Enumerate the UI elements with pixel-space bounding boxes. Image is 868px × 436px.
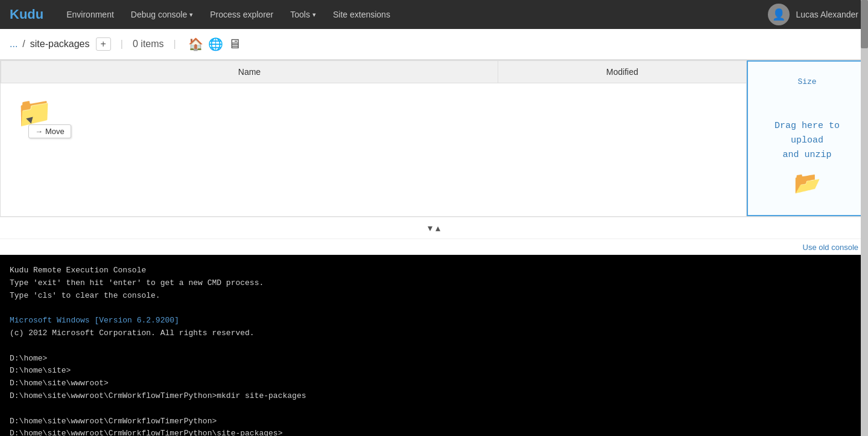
user-name: Lucas Alexander xyxy=(796,10,858,19)
avatar-icon: 👤 xyxy=(772,8,785,21)
col-size-label: Size xyxy=(797,75,816,89)
nav-tools[interactable]: Tools ▾ xyxy=(282,0,325,29)
user-area: 👤 Lucas Alexander xyxy=(768,4,858,25)
terminal-line-11 xyxy=(10,403,858,415)
terminal-line-3 xyxy=(10,302,858,315)
terminal-line-7: D:\home> xyxy=(10,353,858,365)
folder-item-wrapper: 📁 ... → Move xyxy=(10,93,59,140)
nav-process-explorer[interactable]: Process explorer xyxy=(201,0,282,29)
scrollbar-thumb[interactable] xyxy=(861,0,868,48)
terminal-line-10: D:\home\site\wwwroot\CrmWorkflowTimerPyt… xyxy=(10,390,858,403)
breadcrumb-divider2: | xyxy=(174,39,176,50)
terminal-line-5: (c) 2012 Microsoft Corporation. All righ… xyxy=(10,327,858,340)
collapse-arrows[interactable]: ▾ ▴ xyxy=(428,223,440,233)
terminal-line-6 xyxy=(10,340,858,353)
file-body: 📁 ... → Move xyxy=(1,83,747,216)
scrollbar-track[interactable] xyxy=(861,0,868,436)
collapse-row: ▾ ▴ xyxy=(0,217,868,239)
items-count: 0 items xyxy=(133,39,164,50)
file-table-header: Name Modified xyxy=(1,61,747,83)
breadcrumb-current: site-packages xyxy=(30,39,90,50)
avatar: 👤 xyxy=(768,4,790,25)
terminal-line-13: D:\home\site\wwwroot\CrmWorkflowTimerPyt… xyxy=(10,428,858,436)
upload-text-line1: Drag here to upload xyxy=(758,119,857,148)
upload-zone-header: Size xyxy=(797,75,816,119)
nav-environment[interactable]: Environment xyxy=(58,0,122,29)
file-table: Name Modified xyxy=(1,60,747,83)
terminal-line-12: D:\home\site\wwwroot\CrmWorkflowTimerPyt… xyxy=(10,415,858,428)
breadcrumb-divider: | xyxy=(121,39,123,50)
col-name: Name xyxy=(1,61,498,83)
breadcrumb-icon-group: 🏠 🌐 🖥 xyxy=(188,36,241,52)
nav-site-extensions[interactable]: Site extensions xyxy=(325,0,399,29)
col-modified: Modified xyxy=(498,61,747,83)
terminal-line-1: Type 'exit' then hit 'enter' to get a ne… xyxy=(10,277,858,290)
nav-debug-console[interactable]: Debug console ▾ xyxy=(122,0,201,29)
file-explorer: Name Modified 📁 ... → Move xyxy=(0,60,868,217)
folder-icon: 📁 xyxy=(16,98,52,127)
home-icon[interactable]: 🏠 xyxy=(188,37,203,51)
add-folder-button[interactable]: + xyxy=(96,37,111,51)
brand-logo[interactable]: Kudu xyxy=(10,7,43,22)
move-tooltip[interactable]: → Move xyxy=(28,124,71,138)
breadcrumb-separator: / xyxy=(22,39,25,50)
move-arrow-icon: → xyxy=(35,127,43,136)
old-console-bar: Use old console xyxy=(0,239,868,255)
terminal-line-8: D:\home\site> xyxy=(10,365,858,377)
file-table-area: Name Modified 📁 ... → Move xyxy=(1,60,747,216)
server-icon[interactable]: 🖥 xyxy=(228,36,241,52)
brand-udu: udu xyxy=(19,7,43,22)
navbar: Kudu Environment Debug console ▾ Process… xyxy=(0,0,868,29)
upload-zone-content: Drag here to upload and unzip 📂 xyxy=(758,119,857,202)
move-label: Move xyxy=(45,127,65,136)
open-folder-icon: 📂 xyxy=(794,167,821,202)
terminal-line-9: D:\home\site\wwwroot> xyxy=(10,377,858,390)
globe-icon[interactable]: 🌐 xyxy=(208,37,223,51)
upload-zone[interactable]: Size Drag here to upload and unzip 📂 xyxy=(747,60,867,216)
old-console-link[interactable]: Use old console xyxy=(803,243,859,252)
terminal-line-4: Microsoft Windows [Version 6.2.9200] xyxy=(10,315,858,327)
breadcrumb: ... / site-packages + | 0 items | 🏠 🌐 🖥 xyxy=(0,29,868,60)
tools-dropdown-icon: ▾ xyxy=(312,11,316,19)
terminal[interactable]: Kudu Remote Execution Console Type 'exit… xyxy=(0,255,868,436)
brand-k: K xyxy=(10,7,19,22)
breadcrumb-parent[interactable]: ... xyxy=(10,39,17,50)
terminal-line-0: Kudu Remote Execution Console xyxy=(10,264,858,277)
terminal-line-2: Type 'cls' to clear the console. xyxy=(10,290,858,303)
upload-text-line2: and unzip xyxy=(782,148,831,162)
debug-console-dropdown-icon: ▾ xyxy=(189,11,193,19)
